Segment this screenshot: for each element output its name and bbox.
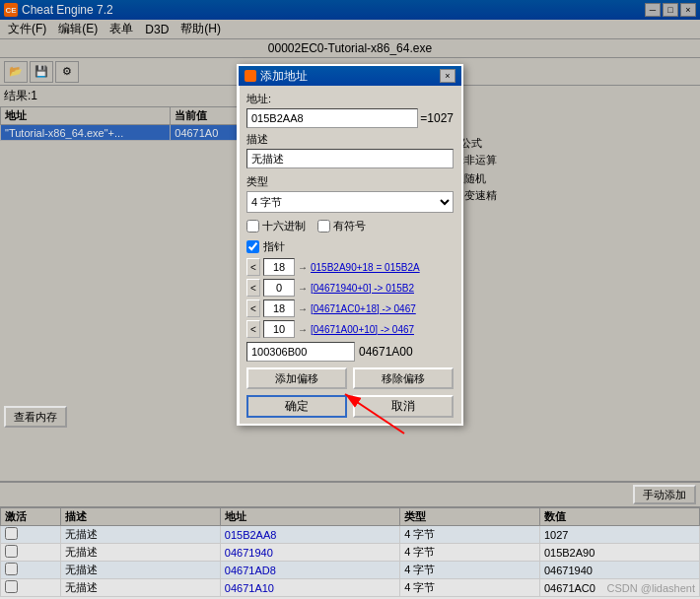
ptr-dec-3[interactable]: < <box>246 320 260 338</box>
type-select[interactable]: 4 字节 2 字节 1 字节 8 字节 浮点数 <box>246 191 454 213</box>
address-input[interactable] <box>246 108 418 128</box>
modal-title-bar: 添加地址 × <box>239 66 461 86</box>
ptr-offset-2[interactable] <box>263 300 295 317</box>
ptr-link-1[interactable]: [04671940+0] -> 015B2 <box>311 283 414 294</box>
modal-icon <box>245 70 256 82</box>
hex-checkbox-text: 十六进制 <box>262 219 306 233</box>
description-input[interactable] <box>246 149 454 168</box>
ptr-dec-2[interactable]: < <box>246 300 260 317</box>
offset-buttons-row: 添加偏移 移除偏移 <box>246 367 454 389</box>
signed-checkbox-label[interactable]: 有符号 <box>317 219 366 233</box>
pointer-row-2: < → [04671AC0+18] -> 0467 <box>246 300 454 317</box>
pointer-row-3: < → [04671A00+10] -> 0467 <box>246 320 454 338</box>
ptr-arrow-3: → <box>298 324 308 335</box>
modal-close-button[interactable]: × <box>440 69 455 83</box>
address-label: 地址: <box>246 92 454 106</box>
cancel-button[interactable]: 取消 <box>353 395 454 418</box>
pointer-row-1: < → [04671940+0] -> 015B2 <box>246 279 454 297</box>
pointer-label-text: 指针 <box>263 239 285 254</box>
remove-offset-button[interactable]: 移除偏移 <box>353 367 454 389</box>
confirm-button[interactable]: 确定 <box>246 395 347 418</box>
ptr-dec-0[interactable]: < <box>246 258 260 276</box>
pointer-checkbox[interactable] <box>246 240 259 253</box>
ptr-offset-0[interactable] <box>263 258 295 276</box>
ptr-dec-1[interactable]: < <box>246 279 260 297</box>
modal-checkboxes: 十六进制 有符号 <box>246 219 454 233</box>
pointer-row-0: < → 015B2A90+18 = 015B2A <box>246 258 454 276</box>
pointer-label-row: 指针 <box>246 239 454 254</box>
signed-checkbox[interactable] <box>317 220 330 233</box>
address-row: =1027 <box>246 108 454 128</box>
ptr-arrow-2: → <box>298 303 308 314</box>
modal-title-left: 添加地址 <box>245 68 308 85</box>
base-address-input[interactable] <box>246 342 355 362</box>
hex-checkbox[interactable] <box>246 220 259 233</box>
base-address-row: 04671A00 <box>246 342 454 362</box>
ptr-link-2[interactable]: [04671AC0+18] -> 0467 <box>311 303 416 314</box>
ptr-link-0[interactable]: 015B2A90+18 = 015B2A <box>311 262 420 273</box>
base-result: 04671A00 <box>359 345 413 359</box>
address-equals: =1027 <box>420 111 454 125</box>
ptr-offset-3[interactable] <box>263 320 295 338</box>
modal-title-text: 添加地址 <box>260 68 308 85</box>
ptr-arrow-0: → <box>298 262 308 273</box>
confirm-cancel-row: 确定 取消 <box>246 395 454 418</box>
ptr-link-3[interactable]: [04671A00+10] -> 0467 <box>311 324 414 335</box>
add-offset-button[interactable]: 添加偏移 <box>246 367 347 389</box>
hex-checkbox-label[interactable]: 十六进制 <box>246 219 306 233</box>
description-label: 描述 <box>246 132 454 147</box>
type-label: 类型 <box>246 174 454 189</box>
ptr-arrow-1: → <box>298 283 308 294</box>
ptr-offset-1[interactable] <box>263 279 295 297</box>
pointer-section: 指针 < → 015B2A90+18 = 015B2A < → [0467194… <box>246 239 454 338</box>
modal-body: 地址: =1027 描述 类型 4 字节 2 字节 1 字节 8 字节 浮点数 … <box>239 86 461 424</box>
signed-checkbox-text: 有符号 <box>333 219 366 233</box>
add-address-modal: 添加地址 × 地址: =1027 描述 类型 4 字节 2 字节 1 字节 8 … <box>237 64 463 426</box>
